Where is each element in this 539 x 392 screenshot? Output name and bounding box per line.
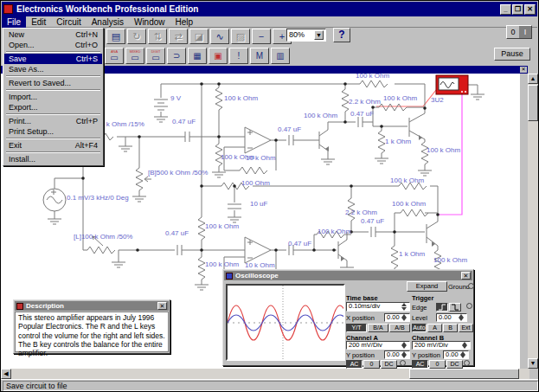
horizontal-scroll-thumb[interactable] (409, 369, 519, 379)
ground-terminal[interactable] (468, 283, 474, 289)
channel-b-y-position-value: 0.00 (446, 351, 459, 358)
file-menu-item-print[interactable]: Print...Ctrl+P (4, 116, 102, 126)
oscilloscope-close-icon[interactable]: ✕ (461, 272, 471, 280)
digital-ic-bin-icon: ▭ (151, 54, 159, 62)
channel-b-value: 200 mV/Div (414, 342, 448, 349)
channel-a-spinner[interactable] (401, 342, 407, 349)
description-title: Description (26, 302, 64, 310)
mixed-ic-bin[interactable]: MIXED▭ (125, 48, 144, 64)
component-value-label: 100 k Ohm (205, 222, 239, 230)
menu-window[interactable]: Window (129, 16, 170, 28)
graph-button[interactable]: ∿ (210, 29, 229, 44)
controls-bin[interactable]: M (250, 48, 269, 64)
component-value-label: 0.47 uF (288, 240, 311, 247)
channel-a-y-spinner[interactable] (401, 351, 407, 358)
paste-button[interactable]: ▤ (106, 29, 125, 44)
channel-a-ac-button[interactable]: AC (346, 360, 363, 369)
file-menu-item-save-as[interactable]: Save As... (4, 64, 102, 74)
menu-circuit[interactable]: Circuit (51, 16, 86, 28)
level-spinner[interactable] (459, 314, 465, 321)
file-menu-item-export[interactable]: Export... (4, 102, 102, 112)
menu-item-label: Install... (9, 154, 35, 164)
menu-analysis[interactable]: Analysis (87, 16, 129, 28)
time-base-field[interactable]: 0.10ms/div (346, 302, 410, 312)
logic-gates-bin[interactable]: ⊃ (167, 48, 186, 64)
channel-b-y-spinner[interactable] (460, 351, 466, 358)
transistor-arrows (325, 135, 435, 261)
file-menu-item-install[interactable]: Install... (4, 154, 102, 164)
description-close-icon[interactable]: ✕ (157, 302, 167, 310)
channel-b-0-button[interactable]: 0 (429, 360, 446, 369)
channel-b-dc-button[interactable]: DC (446, 360, 463, 369)
maximize-button[interactable]: ❒ (512, 4, 523, 15)
zoom-level-select[interactable]: 80% ▼ (286, 29, 326, 42)
x-position-field[interactable]: 0.00 (384, 313, 410, 322)
time-base-b-a-button[interactable]: B/A (368, 324, 388, 332)
digital-bin[interactable]: ▦ (188, 48, 207, 64)
component-value-label: 100 k Ohm (356, 74, 389, 80)
level-label: Level (412, 314, 427, 322)
menu-separator (6, 89, 100, 91)
oscilloscope-title-bar[interactable]: Oscilloscope ✕ (224, 271, 472, 280)
channel-b-spinner[interactable] (462, 342, 468, 349)
level-field[interactable]: 0.00 (436, 313, 467, 322)
scroll-left-icon[interactable]: ◀ (1, 369, 11, 379)
x-position-spinner[interactable] (401, 314, 407, 321)
instruments-bin[interactable]: ▥ (271, 48, 290, 64)
channel-b-ac-button[interactable]: AC (412, 360, 428, 369)
time-base-a-b-button[interactable]: A/B (389, 324, 410, 332)
digital-ic-bin[interactable]: DIGIT▭ (146, 48, 165, 64)
scroll-down-icon[interactable]: ▼ (528, 358, 538, 369)
menu-separator (6, 151, 100, 153)
horizontal-scrollbar[interactable]: ◀ (1, 369, 529, 379)
channel-b-terminal[interactable] (464, 360, 470, 366)
vertical-scrollbar[interactable]: ▲ ▼ (528, 74, 538, 369)
description-title-bar[interactable]: Description ✕ (15, 301, 169, 311)
power-switch[interactable]: 0 I (506, 25, 532, 39)
channel-b-y-position-field[interactable]: 0.00 (443, 350, 469, 359)
time-base-y-t-button[interactable]: Y/T (346, 324, 367, 332)
trigger-auto-button[interactable]: Auto (412, 324, 427, 332)
trigger-b-button[interactable]: B (443, 324, 458, 332)
close-button[interactable]: ✕ (524, 4, 536, 15)
expand-button[interactable]: Expand (407, 281, 447, 292)
component-value-label: 100 k Ohm (392, 200, 426, 208)
combo-arrow-icon[interactable]: ▼ (314, 30, 324, 40)
miscellaneous-bin[interactable]: ! (229, 48, 248, 64)
file-menu-item-save[interactable]: SaveCtrl+S (4, 54, 102, 64)
document-close-icon[interactable]: ✕ (520, 67, 527, 73)
pause-button[interactable]: Pause (494, 48, 530, 61)
channel-b-y-position-label: Y position (412, 351, 440, 359)
file-menu-item-new[interactable]: NewCtrl+N (4, 29, 102, 40)
analog-ic-bin-icon: ▭ (110, 54, 118, 62)
trigger-ext-button[interactable]: Ext (459, 324, 473, 332)
trigger-a-button[interactable]: A (427, 324, 442, 332)
channel-b-field[interactable]: 200 mV/Div (412, 341, 471, 350)
channel-a-y-position-field[interactable]: 0.00 (384, 350, 410, 359)
analog-ic-bin[interactable]: ANA▭ (105, 48, 124, 64)
menu-file[interactable]: File (2, 16, 26, 28)
channel-a-field[interactable]: 200 mV/Div (346, 341, 410, 350)
channel-a-terminal[interactable] (400, 360, 406, 366)
minimize-button[interactable]: _ (500, 4, 511, 15)
oscilloscope-component-icon[interactable] (436, 75, 468, 94)
menu-edit[interactable]: Edit (26, 16, 51, 28)
channel-a-0-button[interactable]: 0 (363, 360, 380, 369)
channel-a-dc-button[interactable]: DC (381, 360, 397, 369)
file-menu-item-import[interactable]: Import... (4, 92, 102, 102)
vertical-scroll-thumb[interactable] (528, 85, 538, 121)
edge-rising-button[interactable] (436, 303, 448, 312)
file-menu-item-open[interactable]: Open...Ctrl+O (4, 40, 102, 50)
edge-falling-button[interactable] (449, 303, 461, 312)
trigger-terminal[interactable] (466, 303, 472, 309)
zoom-out-button[interactable]: − (252, 29, 271, 44)
help-button[interactable]: ? (333, 28, 350, 42)
file-menu-item-revert-to-saved[interactable]: Revert to Saved... (4, 78, 102, 88)
menu-help[interactable]: Help (170, 16, 199, 28)
component-value-label: 100 k Ohm (318, 228, 351, 235)
time-base-spinner[interactable] (401, 303, 407, 311)
indicators-bin[interactable]: ▣ (209, 48, 228, 64)
file-menu-item-print-setup[interactable]: Print Setup... (4, 126, 102, 137)
file-menu-item-exit[interactable]: ExitAlt+F4 (4, 140, 102, 151)
scroll-up-icon[interactable]: ▲ (528, 74, 538, 84)
